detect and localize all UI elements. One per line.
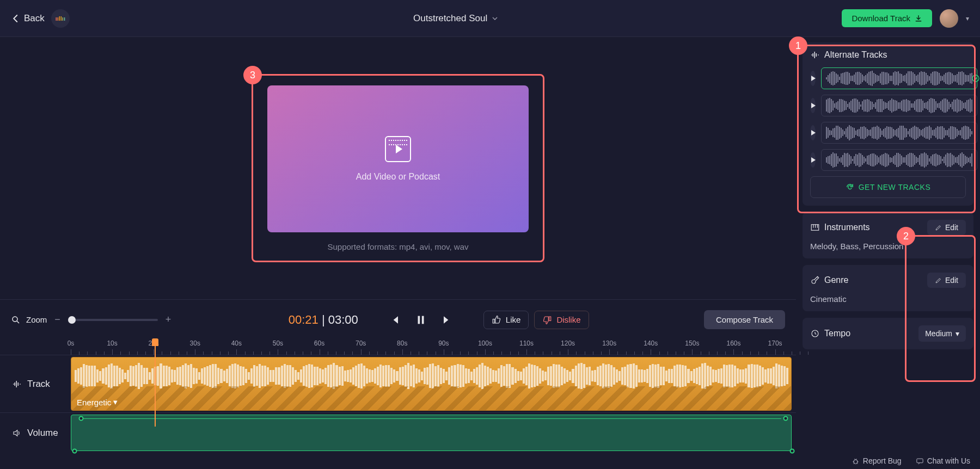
add-video-dropzone[interactable]: Add Video or Podcast: [267, 85, 529, 232]
alt-track-waveform[interactable]: [821, 122, 977, 144]
callout-3-number: 3: [243, 66, 262, 84]
alt-track-play-button[interactable]: [810, 71, 816, 86]
zoom-group: Zoom − +: [11, 314, 173, 325]
svg-rect-2: [422, 316, 424, 324]
time-separator: |: [318, 313, 328, 326]
video-area: 3 Add Video or Podcast Supported formats…: [0, 37, 796, 299]
zoom-label: Zoom: [26, 315, 47, 324]
transport-controls: [390, 314, 452, 326]
clip-hatch: [71, 386, 791, 410]
footer: Report Bug Chat with Us: [842, 453, 980, 469]
ruler-tick-label: 30s: [190, 340, 200, 347]
download-label: Download Track: [852, 14, 910, 23]
download-track-button[interactable]: Download Track: [842, 9, 932, 27]
ruler-tick-label: 110s: [519, 340, 534, 347]
alt-track-waveform[interactable]: [821, 95, 977, 116]
back-button[interactable]: Back: [11, 13, 45, 24]
skip-back-button[interactable]: [390, 314, 401, 325]
volume-node[interactable]: [790, 449, 795, 454]
waveform-icon: [12, 379, 22, 389]
project-title-group[interactable]: Outstretched Soul: [413, 13, 498, 24]
ruler-tick-label: 10s: [107, 340, 117, 347]
chevron-down-icon: [492, 15, 498, 22]
time-display: 00:21 | 03:00: [289, 313, 358, 327]
alt-track-waveform[interactable]: [821, 67, 977, 89]
instruments-panel: Instruments Edit Melody, Bass, Percussio…: [803, 212, 973, 258]
ruler-tick-label: 80s: [397, 340, 407, 347]
svg-point-0: [13, 317, 17, 322]
ruler-tick-label: 160s: [726, 340, 740, 347]
tempo-select[interactable]: Medium ▾: [918, 325, 966, 342]
edit-label: Edit: [945, 223, 958, 232]
logo-chip[interactable]: ııllıı: [51, 9, 70, 28]
zoom-in-button[interactable]: +: [163, 314, 174, 325]
instruments-value: Melody, Bass, Percussion: [810, 242, 966, 251]
callout-3: 3 Add Video or Podcast Supported formats…: [252, 74, 544, 262]
user-menu-toggle[interactable]: ▾: [966, 15, 969, 22]
timeline-toolbar: Zoom − + 00:21 | 03:00 Like: [0, 299, 796, 340]
playhead[interactable]: [155, 340, 156, 427]
zoom-slider[interactable]: [68, 319, 158, 321]
pencil-icon: [935, 277, 942, 284]
chat-label: Chat with Us: [927, 456, 970, 465]
bug-icon: [852, 457, 860, 465]
volume-node[interactable]: [79, 416, 84, 421]
dropzone-label: Add Video or Podcast: [356, 172, 440, 182]
track-label: Track: [27, 379, 50, 390]
app-header: Back ııllıı Outstretched Soul Download T…: [0, 0, 980, 37]
header-left: Back ııllıı: [11, 9, 70, 28]
svg-point-3: [972, 75, 979, 82]
ruler-tick-label: 90s: [438, 340, 449, 347]
volume-body[interactable]: [71, 413, 796, 453]
alt-track-play-button[interactable]: [810, 152, 816, 168]
volume-node[interactable]: [72, 449, 77, 454]
skip-forward-button[interactable]: [441, 314, 452, 325]
get-new-tracks-button[interactable]: GET NEW TRACKS: [810, 176, 966, 198]
thumbs-up-icon: [492, 315, 501, 325]
report-bug-button[interactable]: Report Bug: [852, 456, 902, 465]
edit-instruments-button[interactable]: Edit: [927, 220, 966, 235]
tempo-panel: Tempo Medium ▾: [803, 318, 973, 349]
alt-track-waveform[interactable]: [821, 149, 977, 171]
like-button[interactable]: Like: [483, 311, 529, 329]
video-wrap: Add Video or Podcast Supported formats: …: [253, 76, 543, 261]
ruler-tick-label: 170s: [768, 340, 782, 347]
pause-button[interactable]: [415, 314, 427, 326]
track-body[interactable]: Energetic ▾: [71, 355, 796, 412]
project-title: Outstretched Soul: [413, 13, 487, 24]
user-avatar[interactable]: [940, 9, 958, 28]
report-bug-label: Report Bug: [863, 456, 902, 465]
content: 3 Add Video or Podcast Supported formats…: [0, 37, 980, 453]
time-current: 00:21: [289, 313, 318, 326]
video-file-icon: [385, 136, 411, 162]
waveform-icon: [810, 50, 820, 60]
volume-envelope[interactable]: [71, 415, 792, 451]
chat-button[interactable]: Chat with Us: [916, 456, 970, 465]
timeline-ruler[interactable]: 0s10s20s30s40s50s60s70s80s90s100s110s120…: [0, 340, 796, 355]
chevron-down-icon: ▾: [113, 397, 118, 407]
alternate-tracks-panel: Alternate Tracks GET NEW TRACKS: [803, 42, 973, 206]
chat-icon: [916, 457, 924, 465]
ruler-tick-label: 0s: [68, 340, 75, 347]
compose-track-button[interactable]: Compose Track: [704, 310, 785, 329]
zoom-out-button[interactable]: −: [52, 314, 63, 325]
alt-track-play-button[interactable]: [810, 98, 816, 113]
ruler-tick-label: 130s: [602, 340, 616, 347]
volume-node[interactable]: [783, 416, 788, 421]
back-label: Back: [24, 13, 45, 24]
dislike-button[interactable]: Dislike: [534, 311, 589, 329]
piano-icon: [810, 223, 820, 232]
tempo-value: Medium: [925, 329, 952, 338]
ruler-tick-label: 150s: [685, 340, 699, 347]
alt-track-play-button[interactable]: [810, 125, 816, 140]
volume-header: Volume: [0, 413, 71, 453]
ruler-tick-label: 60s: [314, 340, 324, 347]
right-column: Alternate Tracks GET NEW TRACKS Instrume…: [796, 37, 980, 453]
ruler-tick-label: 70s: [356, 340, 366, 347]
zoom-slider-knob[interactable]: [68, 316, 76, 324]
audio-clip[interactable]: Energetic ▾: [71, 357, 792, 411]
volume-row: Volume: [0, 412, 796, 453]
svg-rect-1: [418, 316, 420, 324]
clip-mood-selector[interactable]: Energetic ▾: [77, 397, 118, 407]
edit-genre-button[interactable]: Edit: [927, 273, 966, 288]
